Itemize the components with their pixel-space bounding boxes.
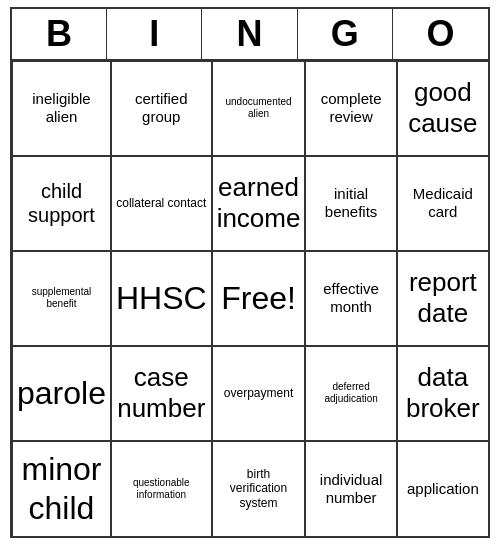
bingo-cell-1: certified group <box>111 61 212 156</box>
bingo-cell-text-3: complete review <box>310 90 391 126</box>
bingo-cell-text-9: Medicaid card <box>402 185 484 221</box>
bingo-cell-text-11: HHSC <box>116 279 207 317</box>
bingo-cell-text-2: undocumented alien <box>217 96 301 120</box>
bingo-cell-text-10: supplemental benefit <box>17 286 106 310</box>
header-letter-N: N <box>202 9 297 59</box>
bingo-cell-text-19: data broker <box>402 362 484 424</box>
bingo-cell-0: ineligible alien <box>12 61 111 156</box>
bingo-cell-21: questionable information <box>111 441 212 536</box>
bingo-cell-7: earned income <box>212 156 306 251</box>
bingo-cell-text-1: certified group <box>116 90 207 126</box>
bingo-cell-text-5: child support <box>17 179 106 227</box>
bingo-cell-text-17: overpayment <box>224 386 293 400</box>
bingo-cell-3: complete review <box>305 61 396 156</box>
bingo-cell-4: good cause <box>397 61 488 156</box>
bingo-cell-2: undocumented alien <box>212 61 306 156</box>
bingo-cell-15: parole <box>12 346 111 441</box>
bingo-cell-text-18: deferred adjudication <box>310 381 391 405</box>
bingo-cell-text-0: ineligible alien <box>17 90 106 126</box>
bingo-cell-text-15: parole <box>17 374 106 412</box>
bingo-cell-10: supplemental benefit <box>12 251 111 346</box>
bingo-cell-text-14: report date <box>402 267 484 329</box>
bingo-cell-16: case number <box>111 346 212 441</box>
bingo-cell-13: effective month <box>305 251 396 346</box>
bingo-cell-text-6: collateral contact <box>116 196 206 210</box>
bingo-cell-23: individual number <box>305 441 396 536</box>
bingo-cell-6: collateral contact <box>111 156 212 251</box>
bingo-cell-5: child support <box>12 156 111 251</box>
bingo-cell-text-22: birth verification system <box>217 467 301 510</box>
bingo-cell-text-4: good cause <box>402 77 484 139</box>
bingo-cell-11: HHSC <box>111 251 212 346</box>
bingo-card: BINGO ineligible aliencertified groupund… <box>10 7 490 538</box>
bingo-header: BINGO <box>12 9 488 61</box>
bingo-cell-22: birth verification system <box>212 441 306 536</box>
bingo-cell-17: overpayment <box>212 346 306 441</box>
bingo-cell-18: deferred adjudication <box>305 346 396 441</box>
bingo-cell-text-16: case number <box>116 362 207 424</box>
header-letter-G: G <box>298 9 393 59</box>
bingo-cell-text-20: minor child <box>17 450 106 527</box>
header-letter-B: B <box>12 9 107 59</box>
bingo-cell-24: application <box>397 441 488 536</box>
bingo-cell-19: data broker <box>397 346 488 441</box>
bingo-cell-text-24: application <box>407 480 479 498</box>
bingo-grid: ineligible aliencertified groupundocumen… <box>12 61 488 536</box>
bingo-cell-12: Free! <box>212 251 306 346</box>
bingo-cell-14: report date <box>397 251 488 346</box>
bingo-cell-text-12: Free! <box>221 279 296 317</box>
bingo-cell-9: Medicaid card <box>397 156 488 251</box>
header-letter-I: I <box>107 9 202 59</box>
bingo-cell-text-23: individual number <box>310 471 391 507</box>
bingo-cell-text-13: effective month <box>310 280 391 316</box>
bingo-cell-text-21: questionable information <box>116 477 207 501</box>
bingo-cell-8: initial benefits <box>305 156 396 251</box>
bingo-cell-text-7: earned income <box>217 172 301 234</box>
bingo-cell-20: minor child <box>12 441 111 536</box>
header-letter-O: O <box>393 9 488 59</box>
bingo-cell-text-8: initial benefits <box>310 185 391 221</box>
